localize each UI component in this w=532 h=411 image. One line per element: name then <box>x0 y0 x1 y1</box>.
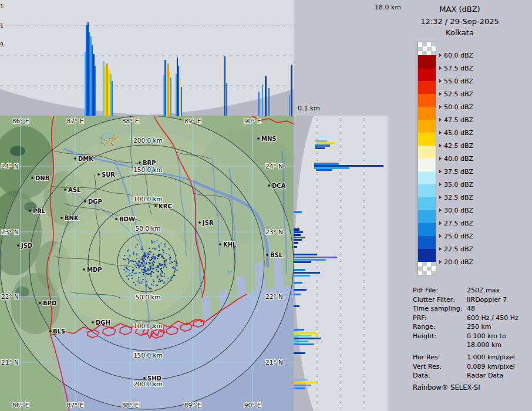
tick-arrow-icon <box>439 247 442 251</box>
scale-checker-box <box>418 42 436 55</box>
tick-arrow-icon <box>439 92 442 96</box>
tick-arrow-icon <box>439 234 442 238</box>
product-info-table: Pdf File:250Z.maxClutter Filter:IIRDoppl… <box>413 286 518 350</box>
scale-label: 57.5 dBZ <box>439 64 473 72</box>
scale-label: 22.5 dBZ <box>439 245 473 253</box>
scale-label: 32.5 dBZ <box>439 193 473 201</box>
scale-label: 47.5 dBZ <box>439 116 473 124</box>
scale-color-box <box>418 107 436 120</box>
software-brand: Rainbow® SELEX-SI <box>413 383 480 392</box>
svg-text:22° N: 22° N <box>1 293 19 300</box>
scale-color-box <box>418 55 436 68</box>
radar-map-panel[interactable]: 200.0 km150.0 km100.0 km50.0 km50.0 km10… <box>0 116 294 411</box>
svg-text:200.0 km: 200.0 km <box>133 137 163 144</box>
svg-text:MDP: MDP <box>87 267 102 273</box>
svg-text:DNB: DNB <box>35 175 49 181</box>
svg-text:150.0 km: 150.0 km <box>133 166 163 173</box>
info-row: Time sampling:48 <box>413 304 518 314</box>
info-row: Height:0.100 km to <box>413 332 518 341</box>
svg-text:24° N: 24° N <box>1 163 19 170</box>
scale-label: 42.5 dBZ <box>439 142 473 150</box>
info-row: PRF:600 Hz / 450 Hz <box>413 314 518 323</box>
scale-color-box <box>418 68 436 81</box>
scale-color-box <box>418 197 436 210</box>
scale-color-box <box>418 236 436 249</box>
svg-text:86° E: 86° E <box>12 402 29 409</box>
svg-text:86° E: 86° E <box>12 117 29 124</box>
svg-text:200.0 km: 200.0 km <box>133 380 163 388</box>
svg-text:150.0 km: 150.0 km <box>133 352 163 359</box>
color-scale <box>418 42 436 275</box>
tick-arrow-icon <box>439 118 442 122</box>
scale-label: 40.0 dBZ <box>439 154 473 163</box>
info-row: Clutter Filter:IIRDoppler 7 <box>413 295 518 305</box>
scale-label: 35.0 dBZ <box>439 180 473 188</box>
echo-side-profile <box>294 140 383 389</box>
info-row: Hor Res:1.000 km/pixel <box>413 353 515 362</box>
svg-text:JSD: JSD <box>21 242 32 249</box>
svg-text:24° N: 24° N <box>265 163 283 170</box>
scale-color-box <box>418 184 436 197</box>
svg-text:JSR: JSR <box>202 220 214 226</box>
radar-site-name: Kolkata <box>388 28 532 37</box>
svg-text:89° E: 89° E <box>184 402 201 409</box>
scale-label: 27.5 dBZ <box>439 219 473 227</box>
info-row: 18.000 km <box>413 341 518 350</box>
tick-arrow-icon <box>439 79 442 83</box>
tick-arrow-icon <box>439 131 442 134</box>
scale-label: 60.0 dBZ <box>439 51 473 59</box>
height-tick-fragment: 13.5 <box>0 23 4 29</box>
scale-color-box <box>418 171 436 184</box>
info-row: Range:250 km <box>413 322 518 332</box>
scale-label: 55.0 dBZ <box>439 77 473 85</box>
product-title: MAX (dBZ) <box>388 5 532 14</box>
svg-text:SUR: SUR <box>102 171 115 178</box>
svg-text:DMK: DMK <box>78 156 94 162</box>
svg-text:87° E: 87° E <box>67 402 84 409</box>
tick-arrow-icon <box>439 170 442 173</box>
svg-text:BSL: BSL <box>270 252 283 258</box>
svg-text:BNK: BNK <box>65 215 79 221</box>
tick-arrow-icon <box>439 183 442 186</box>
scale-color-box <box>418 81 436 94</box>
tick-arrow-icon <box>439 208 442 212</box>
svg-text:23° N: 23° N <box>1 228 19 235</box>
scale-color-box <box>418 249 436 262</box>
timestamp: 12:32 / 29-Sep-2025 <box>388 17 532 26</box>
svg-text:MNS: MNS <box>261 136 277 142</box>
resolution-info-table: Hor Res:1.000 km/pixelVert Res:0.089 km/… <box>413 353 515 380</box>
scale-color-box <box>418 146 436 159</box>
legend-panel: MAX (dBZ) 12:32 / 29-Sep-2025 Kolkata 60… <box>388 0 532 411</box>
svg-text:87° E: 87° E <box>67 117 84 124</box>
tick-arrow-icon <box>439 105 442 109</box>
svg-text:88° E: 88° E <box>122 402 139 409</box>
svg-text:23° N: 23° N <box>265 228 283 235</box>
svg-text:BDW: BDW <box>119 216 135 223</box>
scale-color-box <box>418 133 436 146</box>
svg-text:PRL: PRL <box>33 208 46 214</box>
scale-label: 37.5 dBZ <box>439 167 473 176</box>
info-row: Data:Radar Data <box>413 371 515 380</box>
tick-arrow-icon <box>439 221 442 225</box>
svg-text:KRC: KRC <box>159 203 172 210</box>
svg-text:100.0 km: 100.0 km <box>133 196 163 203</box>
scale-label: 25.0 dBZ <box>439 232 473 240</box>
height-tick-fragment: 18.0 <box>0 4 4 9</box>
tick-arrow-icon <box>439 196 442 199</box>
scale-label: 30.0 dBZ <box>439 206 473 214</box>
scale-color-box <box>418 159 436 171</box>
svg-text:22° N: 22° N <box>265 293 283 300</box>
svg-text:ASL: ASL <box>68 187 81 193</box>
scale-label: 50.0 dBZ <box>439 103 473 111</box>
svg-text:DCA: DCA <box>272 183 286 189</box>
svg-text:DGP: DGP <box>88 198 102 205</box>
tick-arrow-icon <box>439 53 442 57</box>
side-projection-plot <box>294 116 388 411</box>
tick-arrow-icon <box>439 157 442 160</box>
tick-arrow-icon <box>439 144 442 147</box>
scale-color-box <box>418 120 436 133</box>
svg-text:21° N: 21° N <box>1 359 19 366</box>
svg-text:BRP: BRP <box>143 160 156 166</box>
svg-text:50.0 km: 50.0 km <box>135 294 160 301</box>
svg-text:KHL: KHL <box>223 241 237 248</box>
